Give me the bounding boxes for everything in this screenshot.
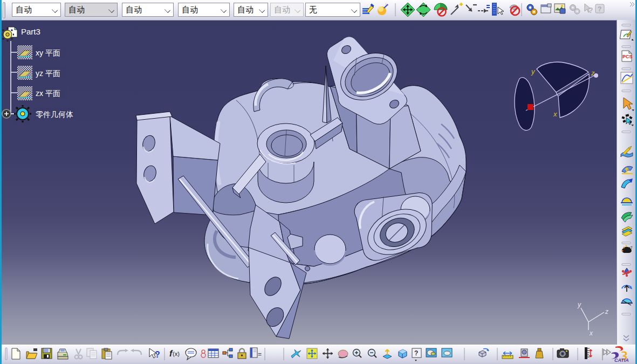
- svg-text:(x): (x): [173, 351, 180, 357]
- svg-text:零件几何体: 零件几何体: [36, 110, 73, 119]
- svg-text:y: y: [531, 67, 536, 75]
- svg-text:PCS: PCS: [622, 54, 633, 59]
- svg-text:?: ?: [598, 5, 601, 13]
- svg-text:Part3: Part3: [21, 27, 40, 36]
- svg-text:=: =: [258, 351, 262, 358]
- svg-text:z: z: [591, 69, 595, 77]
- svg-text:z: z: [605, 308, 608, 315]
- svg-text:zx 平面: zx 平面: [36, 89, 60, 98]
- svg-text:CATIA: CATIA: [614, 358, 629, 363]
- svg-text:xy 平面: xy 平面: [36, 49, 60, 57]
- svg-text:y: y: [577, 301, 581, 308]
- svg-text:?: ?: [588, 6, 593, 15]
- svg-text:x: x: [553, 110, 557, 118]
- svg-text:?: ?: [155, 350, 160, 359]
- svg-text:x: x: [589, 329, 593, 337]
- svg-text:yz 平面: yz 平面: [36, 69, 60, 78]
- svg-text:?: ?: [414, 349, 418, 357]
